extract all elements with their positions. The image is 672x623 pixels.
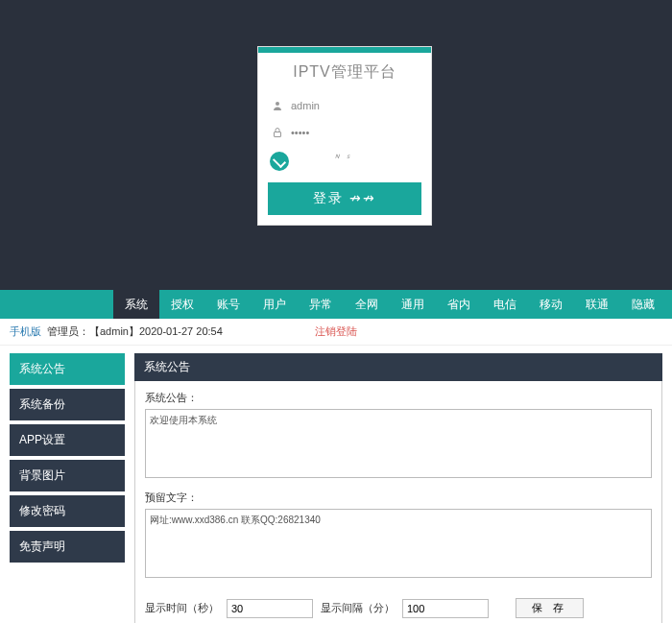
display-gap-input[interactable]: [402, 599, 489, 618]
topnav-item-7[interactable]: 省内: [436, 290, 482, 319]
reserved-label: 预留文字：: [145, 491, 652, 505]
svg-rect-1: [275, 132, 281, 137]
user-icon: [270, 98, 285, 113]
lock-icon: [270, 125, 285, 140]
topnav-item-5[interactable]: 全网: [344, 290, 390, 319]
sidebar-item-1[interactable]: 系统备份: [10, 389, 125, 420]
sidebar: 系统公告系统备份APP设置背景图片修改密码免责声明: [10, 353, 125, 566]
info-bar: 手机版 管理员：【admin】2020-01-27 20:54 注销登陆: [0, 319, 672, 346]
topnav-item-0[interactable]: 系统: [113, 290, 159, 319]
login-title: IPTV管理平台: [258, 53, 431, 90]
display-time-input[interactable]: [227, 599, 313, 618]
captcha-row: ᴺ ˢ: [258, 148, 431, 175]
captcha-image[interactable]: ᴺ ˢ: [325, 153, 360, 170]
login-backdrop: IPTV管理平台 ᴺ ˢ 登录 ↛↛: [0, 0, 672, 290]
nav-spacer: [0, 290, 113, 319]
sidebar-item-5[interactable]: 免责声明: [10, 531, 125, 563]
announce-textarea[interactable]: [145, 409, 652, 478]
login-box: IPTV管理平台 ᴺ ˢ 登录 ↛↛: [257, 46, 432, 226]
logout-link[interactable]: 注销登陆: [315, 324, 357, 339]
admin-datetime: 2020-01-27 20:54: [139, 325, 223, 337]
top-nav: 系统授权账号用户异常全网通用省内电信移动联通隐藏: [0, 290, 672, 319]
display-gap-label: 显示间隔（分）: [321, 601, 395, 615]
panel-body: 系统公告： 预留文字： 显示时间（秒） 显示间隔（分） 保 存: [134, 381, 662, 623]
topnav-item-11[interactable]: 隐藏: [620, 290, 666, 319]
topnav-item-8[interactable]: 电信: [482, 290, 528, 319]
password-input[interactable]: [291, 127, 387, 138]
mobile-link[interactable]: 手机版: [10, 324, 41, 339]
sidebar-item-0[interactable]: 系统公告: [10, 353, 125, 385]
topnav-item-3[interactable]: 用户: [252, 290, 298, 319]
announce-label: 系统公告：: [145, 391, 652, 405]
sidebar-item-4[interactable]: 修改密码: [10, 495, 125, 527]
sidebar-item-2[interactable]: APP设置: [10, 424, 125, 456]
topnav-item-9[interactable]: 移动: [528, 290, 574, 319]
save-button[interactable]: 保 存: [516, 598, 584, 618]
login-button[interactable]: 登录 ↛↛: [268, 182, 421, 215]
topnav-item-4[interactable]: 异常: [298, 290, 344, 319]
topnav-item-2[interactable]: 账号: [205, 290, 252, 319]
reserved-textarea[interactable]: [145, 509, 652, 578]
username-row: [258, 94, 431, 117]
username-input[interactable]: [291, 100, 387, 111]
topnav-item-10[interactable]: 联通: [574, 290, 620, 319]
panel-header: 系统公告: [134, 353, 662, 381]
password-row: [258, 121, 431, 144]
timing-row: 显示时间（秒） 显示间隔（分） 保 存: [145, 598, 652, 618]
captcha-check-icon: [270, 152, 289, 171]
topnav-item-1[interactable]: 授权: [159, 290, 205, 319]
display-time-label: 显示时间（秒）: [145, 601, 219, 615]
content: 系统公告 系统公告： 预留文字： 显示时间（秒） 显示间隔（分） 保 存: [134, 353, 662, 623]
admin-label: 管理员：: [47, 325, 89, 337]
topnav-item-6[interactable]: 通用: [390, 290, 436, 319]
sidebar-item-3[interactable]: 背景图片: [10, 460, 125, 491]
captcha-input[interactable]: [293, 155, 322, 169]
admin-panel: 系统授权账号用户异常全网通用省内电信移动联通隐藏 手机版 管理员：【admin】…: [0, 290, 672, 623]
admin-info: 管理员：【admin】2020-01-27 20:54: [47, 324, 223, 339]
svg-point-0: [276, 102, 279, 106]
main-wrap: 系统公告系统备份APP设置背景图片修改密码免责声明 系统公告 系统公告： 预留文…: [0, 346, 672, 623]
admin-user: 【admin】: [89, 325, 139, 337]
